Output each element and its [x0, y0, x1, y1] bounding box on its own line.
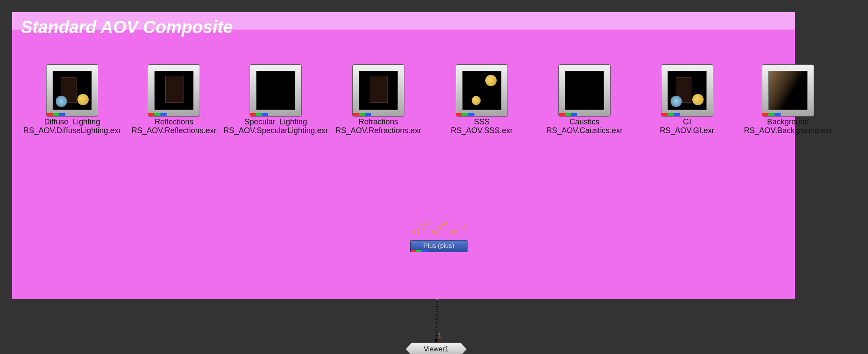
- read-thumbnail: [565, 71, 604, 110]
- read-thumbnail-frame: [456, 64, 508, 117]
- channel-swatches: [250, 113, 268, 116]
- channel-swatches: [148, 113, 167, 116]
- viewer-node[interactable]: Viewer1: [406, 343, 467, 354]
- read-thumbnail: [53, 71, 92, 110]
- read-thumbnail: [462, 71, 501, 110]
- read-thumbnail-frame: [762, 64, 814, 117]
- read-thumbnail-frame: [661, 64, 713, 117]
- channel-swatches: [762, 113, 781, 116]
- read-node-refr[interactable]: RefractionsRS_AOV.Refractions.exr: [352, 64, 404, 117]
- read-node-bg[interactable]: BackgroundRS_AOV.Background.exr: [762, 64, 814, 117]
- channel-swatches: [411, 250, 427, 252]
- channel-swatches: [661, 113, 680, 116]
- read-thumbnail-frame: [46, 64, 98, 117]
- channel-swatches: [47, 113, 65, 116]
- read-thumbnail: [256, 71, 295, 110]
- channel-swatches: [456, 113, 474, 116]
- backdrop-title: Standard AOV Composite: [21, 17, 233, 37]
- merge-plus-node[interactable]: Plus (plus): [410, 240, 467, 252]
- channel-swatches: [353, 113, 371, 116]
- read-thumbnail-frame: [250, 64, 302, 117]
- merge-label: Plus (plus): [424, 242, 454, 249]
- read-thumbnail: [768, 71, 808, 110]
- read-node-spec[interactable]: Specular_LightingRS_AOV.SpecularLighting…: [250, 64, 302, 117]
- read-thumbnail-frame: [558, 64, 611, 117]
- read-node-refl[interactable]: ReflectionsRS_AOV.Reflections.exr: [148, 64, 200, 117]
- read-thumbnail-frame: [148, 64, 200, 117]
- read-thumbnail-frame: [352, 64, 404, 117]
- viewer-label: Viewer1: [424, 345, 449, 353]
- backdrop-node[interactable]: Standard AOV Composite: [12, 12, 795, 299]
- read-thumbnail: [359, 71, 398, 110]
- read-thumbnail: [668, 71, 707, 110]
- read-node-diffuse[interactable]: Diffuse_LightingRS_AOV.DiffuseLighting.e…: [46, 64, 98, 117]
- channel-swatches: [559, 113, 577, 116]
- read-node-sss[interactable]: SSSRS_AOV.SSS.exr: [456, 64, 508, 117]
- read-thumbnail: [154, 71, 194, 110]
- read-node-gi[interactable]: GIRS_AOV.GI.exr: [661, 64, 713, 117]
- read-node-caus[interactable]: CausticsRS_AOV.Caustics.exr: [558, 64, 611, 117]
